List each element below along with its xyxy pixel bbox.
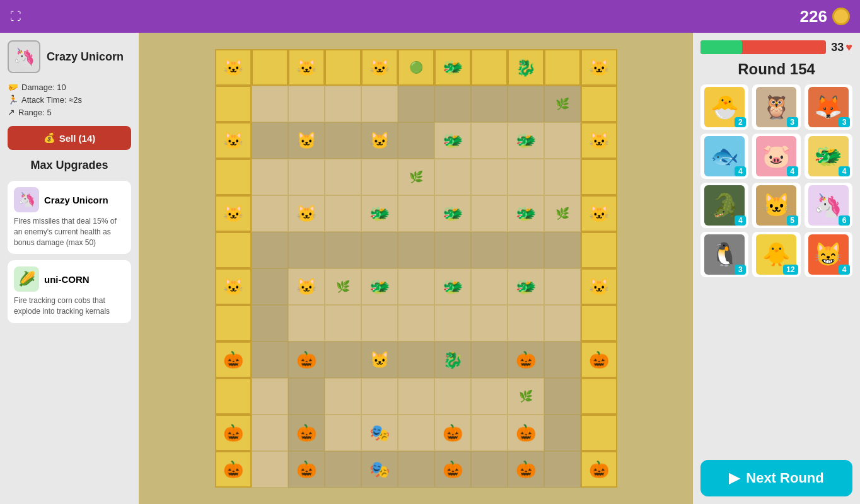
cell[interactable]: 🐱 xyxy=(215,122,252,159)
cell[interactable] xyxy=(252,341,288,378)
cell[interactable]: 🎃 xyxy=(288,451,325,488)
cell[interactable]: 🐲 xyxy=(508,122,544,159)
cell[interactable] xyxy=(398,415,434,451)
cell[interactable] xyxy=(252,268,288,305)
cell[interactable] xyxy=(508,86,544,122)
cell[interactable] xyxy=(581,86,617,122)
cell[interactable] xyxy=(361,305,398,341)
cell[interactable]: 🐲 xyxy=(434,122,471,159)
cell[interactable] xyxy=(471,86,508,122)
game-area[interactable]: 🐱🐱🐱🟢🐲🐉🐱🌿🐱🐱🐱🐲🐲🐱🌿🐱🐱🐲🐲🐲🌿🐱🐱🐱🌿🐲🐲🐲🐱🎃🎃🐱🐉🎃🎃🌿🎃🎃🎭🎃… xyxy=(139,33,693,504)
cell[interactable] xyxy=(471,232,508,268)
cell[interactable] xyxy=(252,232,288,268)
cell[interactable] xyxy=(288,378,325,415)
game-grid[interactable]: 🐱🐱🐱🟢🐲🐉🐱🌿🐱🐱🐱🐲🐲🐱🌿🐱🐱🐲🐲🐲🌿🐱🐱🐱🌿🐲🐲🐲🐱🎃🎃🐱🐉🎃🎃🌿🎃🎃🎭🎃… xyxy=(215,49,617,488)
cell[interactable]: 🎃 xyxy=(434,451,471,488)
cell[interactable] xyxy=(398,341,434,378)
cell[interactable] xyxy=(544,49,581,86)
unicorn-card[interactable]: 🌽 uni-CORN Fire tracking corn cobs that … xyxy=(8,260,131,323)
cell[interactable] xyxy=(398,122,434,159)
cell[interactable] xyxy=(471,415,508,451)
cell[interactable]: 🎭 xyxy=(361,451,398,488)
cell[interactable] xyxy=(544,415,581,451)
cell[interactable]: 🌿 xyxy=(398,159,434,195)
cell[interactable]: 🐲 xyxy=(434,268,471,305)
cell[interactable]: 🌿 xyxy=(508,378,544,415)
cell[interactable]: 🐲 xyxy=(508,268,544,305)
cell[interactable]: 🐱 xyxy=(215,49,252,86)
cell[interactable] xyxy=(288,305,325,341)
cell[interactable]: 🐱 xyxy=(361,341,398,378)
cell[interactable] xyxy=(252,159,288,195)
cell[interactable] xyxy=(471,159,508,195)
cell[interactable] xyxy=(398,451,434,488)
cell[interactable]: 🐱 xyxy=(581,49,617,86)
cell[interactable] xyxy=(325,195,361,232)
cell[interactable] xyxy=(325,49,361,86)
enemy-card-0[interactable]: 🐣2 xyxy=(700,84,748,130)
cell[interactable] xyxy=(361,86,398,122)
cell[interactable]: 🐲 xyxy=(434,49,471,86)
cell[interactable] xyxy=(325,305,361,341)
cell[interactable]: 🐲 xyxy=(434,195,471,232)
cell[interactable]: 🎃 xyxy=(581,341,617,378)
cell[interactable] xyxy=(581,378,617,415)
enemy-card-11[interactable]: 😸4 xyxy=(805,232,852,277)
cell[interactable] xyxy=(471,268,508,305)
cell[interactable]: 🌿 xyxy=(325,268,361,305)
cell[interactable] xyxy=(398,305,434,341)
cell[interactable] xyxy=(288,159,325,195)
cell[interactable] xyxy=(325,415,361,451)
cell[interactable]: 🎭 xyxy=(361,415,398,451)
cell[interactable] xyxy=(471,49,508,86)
cell[interactable]: 🐱 xyxy=(288,195,325,232)
cell[interactable] xyxy=(215,305,252,341)
enemy-card-1[interactable]: 🦉3 xyxy=(752,84,800,130)
cell[interactable] xyxy=(215,378,252,415)
cell[interactable] xyxy=(434,86,471,122)
cell[interactable]: 🐱 xyxy=(288,268,325,305)
cell[interactable]: 🎃 xyxy=(288,415,325,451)
enemy-card-8[interactable]: 🦄6 xyxy=(805,183,852,228)
cell[interactable]: 🎃 xyxy=(215,341,252,378)
cell[interactable] xyxy=(325,86,361,122)
cell[interactable] xyxy=(471,378,508,415)
cell[interactable]: 🌿 xyxy=(544,86,581,122)
cell[interactable] xyxy=(471,451,508,488)
cell[interactable] xyxy=(471,305,508,341)
cell[interactable] xyxy=(581,232,617,268)
cell[interactable] xyxy=(581,305,617,341)
cell[interactable] xyxy=(471,195,508,232)
upgrade-card[interactable]: 🦄 Crazy Unicorn Fires missiles that deal… xyxy=(8,181,131,254)
cell[interactable]: 🎃 xyxy=(508,451,544,488)
cell[interactable] xyxy=(252,195,288,232)
cell[interactable] xyxy=(288,86,325,122)
cell[interactable]: 🎃 xyxy=(215,451,252,488)
cell[interactable] xyxy=(398,195,434,232)
cell[interactable] xyxy=(215,232,252,268)
cell[interactable] xyxy=(215,86,252,122)
enemy-card-4[interactable]: 🐷4 xyxy=(752,134,800,179)
cell[interactable]: 🎃 xyxy=(508,341,544,378)
enemy-card-5[interactable]: 🐲4 xyxy=(805,134,852,179)
cell[interactable] xyxy=(434,378,471,415)
cell[interactable] xyxy=(508,159,544,195)
cell[interactable] xyxy=(325,451,361,488)
cell[interactable]: 🎃 xyxy=(288,341,325,378)
cell[interactable] xyxy=(471,122,508,159)
enemy-card-9[interactable]: 🐧3 xyxy=(700,232,748,277)
cell[interactable] xyxy=(544,451,581,488)
fullscreen-icon[interactable]: ⛶ xyxy=(10,10,21,23)
cell[interactable] xyxy=(325,378,361,415)
cell[interactable]: 🐱 xyxy=(361,49,398,86)
cell[interactable] xyxy=(544,305,581,341)
cell[interactable] xyxy=(252,122,288,159)
cell[interactable] xyxy=(544,268,581,305)
cell[interactable] xyxy=(508,232,544,268)
cell[interactable]: 🐲 xyxy=(508,195,544,232)
cell[interactable] xyxy=(544,122,581,159)
cell[interactable]: 🎃 xyxy=(215,415,252,451)
cell[interactable]: 🐱 xyxy=(581,195,617,232)
enemy-card-7[interactable]: 🐱5 xyxy=(752,183,800,228)
cell[interactable] xyxy=(252,49,288,86)
